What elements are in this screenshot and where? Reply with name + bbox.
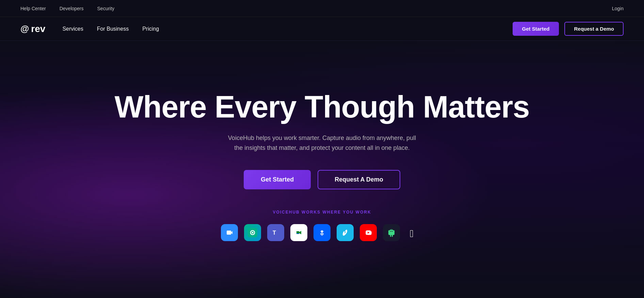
svg-text::  bbox=[410, 228, 414, 239]
top-bar: Help Center Developers Security Login bbox=[0, 0, 644, 17]
top-bar-links: Help Center Developers Security bbox=[20, 6, 114, 11]
help-center-link[interactable]: Help Center bbox=[20, 6, 46, 11]
works-label: VOICEHUB WORKS WHERE YOU WORK bbox=[273, 210, 371, 215]
svg-point-3 bbox=[252, 232, 254, 234]
webex-icon[interactable] bbox=[244, 224, 261, 241]
logo-at-symbol: @ bbox=[20, 23, 29, 34]
teams-icon[interactable]: T bbox=[267, 224, 284, 241]
zoom-icon[interactable] bbox=[221, 224, 238, 241]
nav-links: Services For Business Pricing bbox=[62, 26, 159, 32]
vimeo-icon[interactable] bbox=[337, 224, 354, 241]
for-business-nav-link[interactable]: For Business bbox=[97, 26, 129, 32]
hero-subtitle: VoiceHub helps you work smarter. Capture… bbox=[223, 133, 421, 153]
pricing-nav-link[interactable]: Pricing bbox=[142, 26, 159, 32]
svg-rect-9 bbox=[340, 228, 350, 237]
svg-rect-7 bbox=[296, 233, 299, 234]
nav-left: @ rev Services For Business Pricing bbox=[20, 23, 159, 34]
hero-get-started-button[interactable]: Get Started bbox=[244, 170, 311, 189]
main-nav: @ rev Services For Business Pricing Get … bbox=[0, 17, 644, 41]
nav-request-demo-button[interactable]: Request a Demo bbox=[564, 22, 624, 36]
logo[interactable]: @ rev bbox=[20, 23, 45, 34]
svg-text:T: T bbox=[273, 230, 276, 236]
app-icons-row: T bbox=[221, 224, 423, 241]
top-bar-right: Login bbox=[612, 5, 624, 12]
nav-right: Get Started Request a Demo bbox=[513, 22, 624, 36]
apple-icon[interactable]:  bbox=[406, 224, 423, 241]
services-nav-link[interactable]: Services bbox=[62, 26, 83, 32]
logo-text: rev bbox=[31, 23, 45, 34]
android-icon[interactable] bbox=[383, 224, 400, 241]
hero-buttons: Get Started Request A Demo bbox=[244, 170, 400, 189]
nav-get-started-button[interactable]: Get Started bbox=[513, 22, 559, 36]
google-meet-icon[interactable] bbox=[290, 224, 307, 241]
hero-title: Where Every Though Matters bbox=[114, 91, 529, 123]
security-link[interactable]: Security bbox=[97, 6, 115, 11]
hero-request-demo-button[interactable]: Request A Demo bbox=[318, 170, 400, 189]
hero-section: Where Every Though Matters VoiceHub help… bbox=[0, 41, 644, 298]
developers-link[interactable]: Developers bbox=[60, 6, 84, 11]
dropbox-icon[interactable] bbox=[313, 224, 331, 241]
youtube-icon[interactable] bbox=[360, 224, 377, 241]
login-link[interactable]: Login bbox=[612, 6, 624, 11]
